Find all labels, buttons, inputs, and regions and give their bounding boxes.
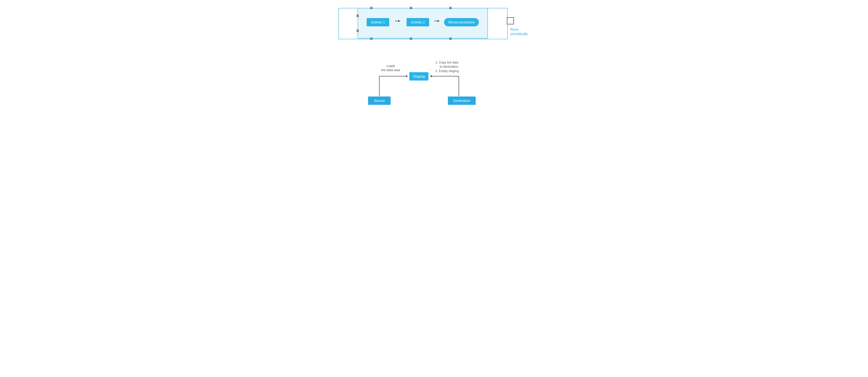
arrow-right-icon — [395, 21, 400, 21]
step-1-line-cont: to destination — [435, 65, 459, 69]
selection-handle-icon — [356, 29, 359, 32]
destination-node: Destination — [448, 96, 476, 105]
selection-handle-icon — [356, 14, 359, 18]
procedure-steps-caption: 1. Copy the data to destination 2. Empty… — [435, 60, 459, 73]
source-node: Source — [368, 96, 391, 105]
arrow-segment — [459, 76, 459, 96]
staging-node: Staging — [409, 72, 429, 81]
runs-periodically-label: Runsperiodically — [510, 27, 528, 36]
loads-delta-caption: Loadsthe delta data — [381, 64, 400, 72]
arrow-right-icon — [434, 21, 439, 21]
activity-1-node: Activity 1 — [367, 18, 389, 26]
selection-handle-icon — [409, 6, 412, 9]
arrow-head-left-icon — [430, 76, 459, 76]
stored-procedure-node: Stored procedure — [444, 18, 479, 26]
selection-handle-icon — [370, 37, 373, 40]
activity-2-node: Activity 2 — [407, 18, 429, 26]
selection-handle-icon — [370, 6, 373, 9]
step-2-line: 2. Empty staging — [435, 69, 459, 73]
arrow-head-right-icon — [379, 76, 408, 76]
selection-handle-icon — [409, 37, 412, 40]
arrow-segment — [379, 76, 379, 96]
diagram-canvas: Runsperiodically Activity 1 Activity 2 S… — [285, 0, 583, 126]
pipeline-output-port-icon — [507, 18, 514, 24]
selection-handle-icon — [449, 37, 452, 40]
selection-handle-icon — [449, 6, 452, 9]
step-1-line: 1. Copy the data — [435, 60, 459, 65]
